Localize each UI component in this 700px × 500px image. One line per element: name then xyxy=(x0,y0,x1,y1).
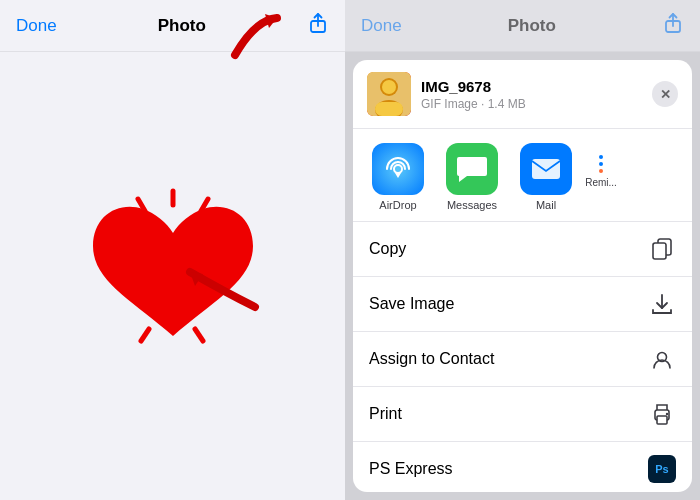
svg-rect-19 xyxy=(375,102,403,116)
app-icon-messages[interactable]: Messages xyxy=(437,143,507,211)
done-button-right: Done xyxy=(361,16,402,36)
print-label: Print xyxy=(369,405,402,423)
print-icon xyxy=(648,400,676,428)
save-icon xyxy=(648,290,676,318)
copy-icon xyxy=(648,235,676,263)
dot3 xyxy=(599,169,603,173)
action-list: Copy Save Image xyxy=(353,222,692,492)
svg-point-21 xyxy=(394,165,402,173)
svg-point-20 xyxy=(384,155,412,183)
action-print[interactable]: Print xyxy=(353,387,692,442)
left-header: Done Photo xyxy=(0,0,345,52)
dot2 xyxy=(599,162,603,166)
app-icons-row: AirDrop Messages Mail xyxy=(353,129,692,222)
messages-icon xyxy=(446,143,498,195)
svg-rect-24 xyxy=(653,243,666,259)
action-assign-contact[interactable]: Assign to Contact xyxy=(353,332,692,387)
photo-title-right: Photo xyxy=(508,16,556,36)
arrow-middle xyxy=(175,252,265,321)
svg-point-18 xyxy=(382,80,396,94)
photo-title-left: Photo xyxy=(158,16,206,36)
file-details: IMG_9678 GIF Image · 1.4 MB xyxy=(421,78,652,111)
right-panel: Done Photo IMG_96 xyxy=(345,0,700,500)
svg-rect-22 xyxy=(532,159,560,179)
copy-label: Copy xyxy=(369,240,406,258)
airdrop-icon xyxy=(372,143,424,195)
right-header: Done Photo xyxy=(345,0,700,52)
action-copy[interactable]: Copy xyxy=(353,222,692,277)
svg-line-8 xyxy=(141,329,149,341)
save-image-label: Save Image xyxy=(369,295,454,313)
svg-rect-27 xyxy=(657,416,667,424)
svg-line-7 xyxy=(195,329,203,341)
app-icon-airdrop[interactable]: AirDrop xyxy=(363,143,433,211)
file-name: IMG_9678 xyxy=(421,78,652,95)
airdrop-label: AirDrop xyxy=(379,199,416,211)
mail-icon xyxy=(520,143,572,195)
assign-contact-label: Assign to Contact xyxy=(369,350,494,368)
action-ps-express[interactable]: PS Express Ps xyxy=(353,442,692,492)
action-save-image[interactable]: Save Image xyxy=(353,277,692,332)
messages-label: Messages xyxy=(447,199,497,211)
contact-icon xyxy=(648,345,676,373)
app-icon-mail[interactable]: Mail xyxy=(511,143,581,211)
close-button[interactable]: ✕ xyxy=(652,81,678,107)
share-button-left[interactable] xyxy=(307,12,329,39)
more-label: Remi... xyxy=(585,177,617,188)
photo-area xyxy=(0,52,345,500)
file-info-row: IMG_9678 GIF Image · 1.4 MB ✕ xyxy=(353,60,692,129)
svg-point-28 xyxy=(666,413,668,415)
dot1 xyxy=(599,155,603,159)
file-thumbnail xyxy=(367,72,411,116)
ps-express-label: PS Express xyxy=(369,460,453,478)
share-sheet: IMG_9678 GIF Image · 1.4 MB ✕ xyxy=(353,60,692,492)
share-icon-right xyxy=(662,12,684,39)
done-button-left[interactable]: Done xyxy=(16,16,57,36)
file-meta: GIF Image · 1.4 MB xyxy=(421,97,652,111)
mail-label: Mail xyxy=(536,199,556,211)
app-icon-more[interactable]: Remi... xyxy=(585,143,617,188)
left-panel: Done Photo xyxy=(0,0,345,500)
ps-express-icon: Ps xyxy=(648,455,676,483)
